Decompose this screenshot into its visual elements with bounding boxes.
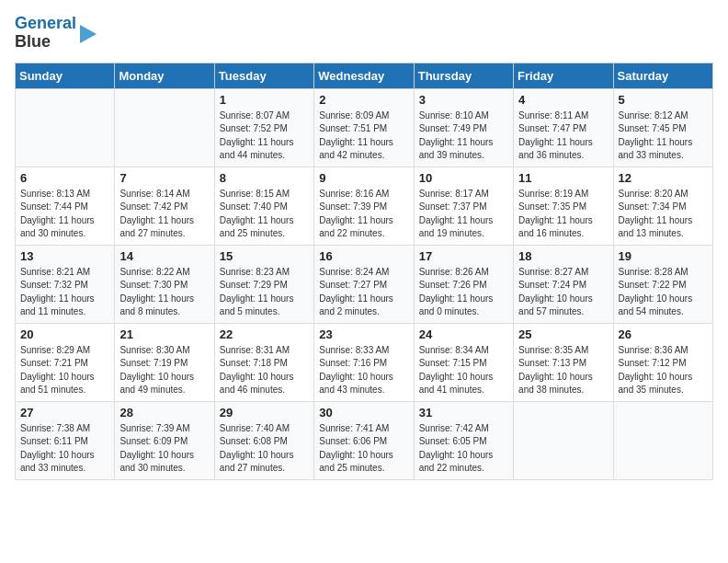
calendar-week-row: 27Sunrise: 7:38 AM Sunset: 6:11 PM Dayli… — [16, 401, 713, 479]
calendar-day-cell: 19Sunrise: 8:28 AM Sunset: 7:22 PM Dayli… — [613, 245, 712, 323]
logo-arrow-icon — [80, 25, 97, 43]
calendar-day-cell — [115, 88, 214, 167]
day-info: Sunrise: 8:11 AM Sunset: 7:47 PM Dayligh… — [518, 109, 608, 163]
day-info: Sunrise: 7:39 AM Sunset: 6:09 PM Dayligh… — [119, 422, 209, 476]
day-number: 10 — [419, 171, 508, 185]
header-day: Friday — [514, 63, 613, 88]
calendar-day-cell: 24Sunrise: 8:34 AM Sunset: 7:15 PM Dayli… — [414, 323, 513, 401]
day-info: Sunrise: 7:40 AM Sunset: 6:08 PM Dayligh… — [220, 422, 309, 476]
day-info: Sunrise: 8:30 AM Sunset: 7:19 PM Dayligh… — [119, 344, 209, 397]
calendar-body: 1Sunrise: 8:07 AM Sunset: 7:52 PM Daylig… — [16, 88, 713, 479]
header-day: Tuesday — [214, 63, 313, 88]
day-number: 20 — [20, 327, 109, 341]
calendar-day-cell: 5Sunrise: 8:12 AM Sunset: 7:45 PM Daylig… — [613, 88, 712, 167]
day-info: Sunrise: 8:21 AM Sunset: 7:32 PM Dayligh… — [20, 266, 109, 319]
day-number: 3 — [419, 93, 508, 107]
day-number: 26 — [619, 327, 708, 341]
header-day: Thursday — [414, 63, 513, 88]
calendar-header: SundayMondayTuesdayWednesdayThursdayFrid… — [16, 63, 713, 88]
calendar-day-cell: 14Sunrise: 8:22 AM Sunset: 7:30 PM Dayli… — [115, 245, 214, 323]
day-info: Sunrise: 8:23 AM Sunset: 7:29 PM Dayligh… — [220, 266, 309, 319]
day-number: 23 — [319, 327, 408, 341]
day-info: Sunrise: 7:41 AM Sunset: 6:06 PM Dayligh… — [319, 422, 408, 476]
calendar-day-cell: 18Sunrise: 8:27 AM Sunset: 7:24 PM Dayli… — [514, 245, 613, 323]
day-info: Sunrise: 8:12 AM Sunset: 7:45 PM Dayligh… — [619, 109, 708, 163]
day-number: 2 — [319, 93, 408, 107]
day-info: Sunrise: 8:10 AM Sunset: 7:49 PM Dayligh… — [419, 109, 508, 163]
calendar-day-cell — [613, 401, 712, 479]
header-day: Saturday — [613, 63, 712, 88]
calendar-week-row: 20Sunrise: 8:29 AM Sunset: 7:21 PM Dayli… — [16, 323, 713, 401]
calendar-day-cell: 22Sunrise: 8:31 AM Sunset: 7:18 PM Dayli… — [214, 323, 313, 401]
header-day: Wednesday — [314, 63, 414, 88]
day-number: 22 — [220, 327, 309, 341]
day-info: Sunrise: 8:34 AM Sunset: 7:15 PM Dayligh… — [419, 344, 508, 397]
day-number: 13 — [20, 249, 109, 263]
day-info: Sunrise: 8:16 AM Sunset: 7:39 PM Dayligh… — [319, 188, 408, 241]
calendar-day-cell: 11Sunrise: 8:19 AM Sunset: 7:35 PM Dayli… — [514, 167, 613, 245]
logo-text: GeneralBlue — [15, 15, 76, 52]
calendar-day-cell: 2Sunrise: 8:09 AM Sunset: 7:51 PM Daylig… — [314, 88, 414, 167]
day-info: Sunrise: 8:27 AM Sunset: 7:24 PM Dayligh… — [518, 266, 608, 319]
calendar-table: SundayMondayTuesdayWednesdayThursdayFrid… — [15, 63, 713, 480]
day-info: Sunrise: 8:24 AM Sunset: 7:27 PM Dayligh… — [319, 266, 408, 319]
calendar-day-cell: 8Sunrise: 8:15 AM Sunset: 7:40 PM Daylig… — [214, 167, 313, 245]
day-number: 9 — [319, 171, 408, 185]
day-info: Sunrise: 8:31 AM Sunset: 7:18 PM Dayligh… — [220, 344, 309, 397]
calendar-week-row: 6Sunrise: 8:13 AM Sunset: 7:44 PM Daylig… — [16, 167, 713, 245]
day-number: 19 — [619, 249, 708, 263]
calendar-day-cell: 29Sunrise: 7:40 AM Sunset: 6:08 PM Dayli… — [214, 401, 313, 479]
calendar-day-cell: 23Sunrise: 8:33 AM Sunset: 7:16 PM Dayli… — [314, 323, 414, 401]
calendar-day-cell: 12Sunrise: 8:20 AM Sunset: 7:34 PM Dayli… — [613, 167, 712, 245]
day-info: Sunrise: 8:14 AM Sunset: 7:42 PM Dayligh… — [119, 188, 209, 241]
header-day: Sunday — [16, 63, 115, 88]
day-info: Sunrise: 8:09 AM Sunset: 7:51 PM Dayligh… — [319, 109, 408, 163]
day-info: Sunrise: 8:19 AM Sunset: 7:35 PM Dayligh… — [518, 188, 608, 241]
header-day: Monday — [115, 63, 214, 88]
calendar-day-cell — [514, 401, 613, 479]
calendar-day-cell: 1Sunrise: 8:07 AM Sunset: 7:52 PM Daylig… — [214, 88, 313, 167]
day-number: 24 — [419, 327, 508, 341]
day-info: Sunrise: 7:38 AM Sunset: 6:11 PM Dayligh… — [20, 422, 109, 476]
calendar-day-cell: 9Sunrise: 8:16 AM Sunset: 7:39 PM Daylig… — [314, 167, 414, 245]
day-info: Sunrise: 8:33 AM Sunset: 7:16 PM Dayligh… — [319, 344, 408, 397]
day-number: 1 — [220, 93, 309, 107]
calendar-week-row: 13Sunrise: 8:21 AM Sunset: 7:32 PM Dayli… — [16, 245, 713, 323]
day-number: 7 — [119, 171, 209, 185]
calendar-day-cell: 10Sunrise: 8:17 AM Sunset: 7:37 PM Dayli… — [414, 167, 513, 245]
day-number: 16 — [319, 249, 408, 263]
calendar-day-cell — [16, 88, 115, 167]
day-info: Sunrise: 8:28 AM Sunset: 7:22 PM Dayligh… — [619, 266, 708, 319]
calendar-day-cell: 31Sunrise: 7:42 AM Sunset: 6:05 PM Dayli… — [414, 401, 513, 479]
day-info: Sunrise: 8:22 AM Sunset: 7:30 PM Dayligh… — [119, 266, 209, 319]
day-number: 29 — [220, 406, 309, 419]
day-info: Sunrise: 8:36 AM Sunset: 7:12 PM Dayligh… — [619, 344, 708, 397]
day-number: 15 — [220, 249, 309, 263]
day-number: 28 — [119, 406, 209, 419]
day-number: 18 — [518, 249, 608, 263]
day-info: Sunrise: 7:42 AM Sunset: 6:05 PM Dayligh… — [419, 422, 508, 476]
calendar-day-cell: 13Sunrise: 8:21 AM Sunset: 7:32 PM Dayli… — [16, 245, 115, 323]
day-number: 31 — [419, 406, 508, 419]
day-number: 14 — [119, 249, 209, 263]
day-number: 27 — [20, 406, 109, 419]
calendar-day-cell: 15Sunrise: 8:23 AM Sunset: 7:29 PM Dayli… — [214, 245, 313, 323]
day-number: 11 — [518, 171, 608, 185]
calendar-day-cell: 6Sunrise: 8:13 AM Sunset: 7:44 PM Daylig… — [16, 167, 115, 245]
day-info: Sunrise: 8:35 AM Sunset: 7:13 PM Dayligh… — [518, 344, 608, 397]
day-number: 25 — [518, 327, 608, 341]
day-number: 17 — [419, 249, 508, 263]
day-number: 12 — [619, 171, 708, 185]
calendar-day-cell: 3Sunrise: 8:10 AM Sunset: 7:49 PM Daylig… — [414, 88, 513, 167]
day-info: Sunrise: 8:17 AM Sunset: 7:37 PM Dayligh… — [419, 188, 508, 241]
day-number: 21 — [119, 327, 209, 341]
calendar-day-cell: 26Sunrise: 8:36 AM Sunset: 7:12 PM Dayli… — [613, 323, 712, 401]
calendar-day-cell: 28Sunrise: 7:39 AM Sunset: 6:09 PM Dayli… — [115, 401, 214, 479]
calendar-day-cell: 20Sunrise: 8:29 AM Sunset: 7:21 PM Dayli… — [16, 323, 115, 401]
day-number: 4 — [518, 93, 608, 107]
day-info: Sunrise: 8:20 AM Sunset: 7:34 PM Dayligh… — [619, 188, 708, 241]
day-info: Sunrise: 8:29 AM Sunset: 7:21 PM Dayligh… — [20, 344, 109, 397]
calendar-day-cell: 17Sunrise: 8:26 AM Sunset: 7:26 PM Dayli… — [414, 245, 513, 323]
calendar-day-cell: 30Sunrise: 7:41 AM Sunset: 6:06 PM Dayli… — [314, 401, 414, 479]
day-info: Sunrise: 8:26 AM Sunset: 7:26 PM Dayligh… — [419, 266, 508, 319]
